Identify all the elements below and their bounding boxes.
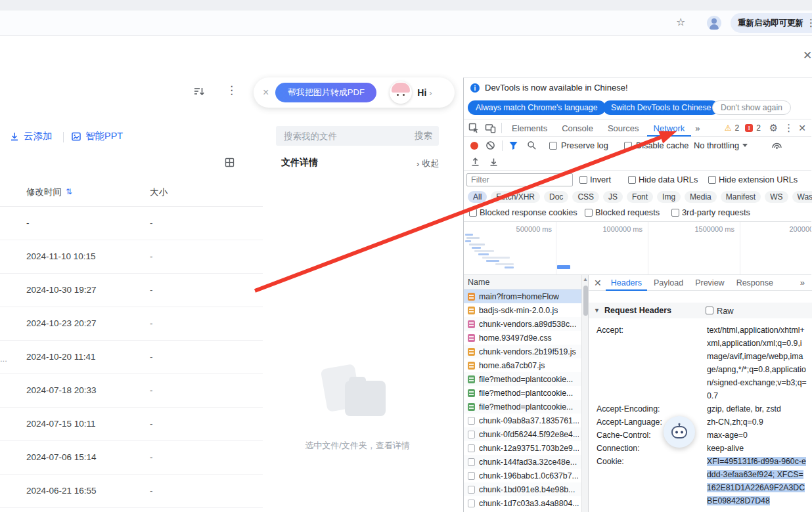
request-row[interactable]: file?method=plantcookie... xyxy=(464,386,581,400)
invert-checkbox[interactable] xyxy=(579,176,587,184)
chip-media[interactable]: Media xyxy=(685,191,717,203)
request-row[interactable]: chunk-vendors.2b19f519.js xyxy=(464,345,581,358)
table-row[interactable]: 2024-10-23 20:27 - xyxy=(0,307,263,341)
tab-payload[interactable]: Payload xyxy=(648,275,688,291)
filter-funnel-icon[interactable] xyxy=(508,140,518,150)
tab-headers[interactable]: Headers xyxy=(606,275,647,291)
hide-data-urls-checkbox[interactable] xyxy=(628,176,636,184)
table-row[interactable]: 2024-06-21 16:55 - xyxy=(0,475,263,508)
convert-pdf-button[interactable]: 帮我把图片转成PDF xyxy=(275,83,376,102)
chip-fetch-xhr[interactable]: Fetch/XHR xyxy=(491,191,540,203)
scroll-up-icon[interactable]: ▲ xyxy=(583,276,588,282)
table-row[interactable]: 2024-10-20 11:41 - xyxy=(0,341,263,374)
assistant-chevron-icon[interactable]: › xyxy=(429,88,432,98)
scrollbar-thumb[interactable] xyxy=(583,286,588,316)
request-row[interactable]: chunk-vendors.a89d538c... xyxy=(464,317,581,331)
import-har-icon[interactable] xyxy=(470,157,480,167)
file-search-input[interactable] xyxy=(284,131,415,141)
column-header-time[interactable]: 修改时间 xyxy=(26,186,62,198)
more-tabs-icon[interactable]: » xyxy=(692,123,702,133)
record-button[interactable] xyxy=(470,142,478,150)
export-har-icon[interactable] xyxy=(489,157,499,167)
request-row[interactable]: file?method=plantcookie... xyxy=(464,372,581,386)
table-row[interactable]: 2024-11-10 10:15 - xyxy=(0,240,263,274)
network-conditions-icon[interactable] xyxy=(771,140,782,150)
request-list-scrollbar[interactable]: ▲ xyxy=(581,275,589,512)
request-row[interactable]: chunk-144fad3a.32ce48e... xyxy=(464,455,581,469)
column-sort-icon[interactable]: ⇅ xyxy=(66,187,72,196)
request-row[interactable]: home.a6a7cb07.js xyxy=(464,358,581,372)
tab-response[interactable]: Response xyxy=(731,275,778,291)
tab-elements[interactable]: Elements xyxy=(505,120,554,137)
chip-img[interactable]: Img xyxy=(657,191,681,203)
tab-preview[interactable]: Preview xyxy=(690,275,729,291)
hide-extension-urls-checkbox[interactable] xyxy=(708,176,716,184)
tab-sources[interactable]: Sources xyxy=(601,120,646,137)
devtools-menu-icon[interactable]: ⋮ xyxy=(784,123,794,133)
chip-font[interactable]: Font xyxy=(627,191,653,203)
assistant-greeting[interactable]: Hi xyxy=(417,87,426,98)
inspect-element-icon[interactable] xyxy=(466,123,482,134)
third-party-checkbox[interactable] xyxy=(671,209,679,217)
throttling-select[interactable]: No throttling xyxy=(694,140,748,150)
blocked-response-cookies-checkbox[interactable] xyxy=(469,209,477,217)
assistant-avatar[interactable] xyxy=(390,81,412,104)
preserve-log-checkbox[interactable] xyxy=(549,142,557,150)
request-row[interactable]: main?from=homeFlow xyxy=(464,289,581,303)
table-row[interactable]: - - xyxy=(0,207,263,240)
cloud-add-button[interactable]: 云添加 xyxy=(9,130,53,142)
clear-icon[interactable] xyxy=(485,140,495,150)
blocked-requests-checkbox[interactable] xyxy=(585,209,593,217)
banner-close-icon[interactable]: ✕ xyxy=(803,51,812,61)
chip-all[interactable]: All xyxy=(468,191,487,203)
request-headers-section[interactable]: ▼ Request Headers Raw xyxy=(589,303,812,318)
file-search-button[interactable]: 搜索 xyxy=(415,130,432,142)
browser-menu-icon[interactable]: ⋮ xyxy=(806,18,812,28)
table-row[interactable]: 2024-10-30 19:27 - xyxy=(0,274,263,307)
request-row[interactable]: badjs-sdk-min-2.0.0.js xyxy=(464,303,581,317)
smart-ppt-button[interactable]: 智能PPT xyxy=(71,130,123,142)
column-header-size[interactable]: 大小 xyxy=(150,186,168,198)
switch-chinese-button[interactable]: Switch DevTools to Chinese xyxy=(603,100,719,115)
request-row[interactable]: home.93497d9e.css xyxy=(464,331,581,345)
assistant-close-icon[interactable]: × xyxy=(263,87,269,98)
request-row[interactable]: chunk-09ab8a37.1835761... xyxy=(464,414,581,427)
close-details-icon[interactable]: ✕ xyxy=(594,278,602,288)
tab-network[interactable]: Network xyxy=(647,120,692,137)
warning-icon[interactable]: ⚠ xyxy=(725,123,732,133)
collapse-triangle-icon[interactable]: ▼ xyxy=(594,307,600,314)
request-row[interactable]: file?method=plantcookie... xyxy=(464,400,581,414)
disable-cache-checkbox[interactable] xyxy=(624,142,632,150)
chip-js[interactable]: JS xyxy=(603,191,623,203)
tab-console[interactable]: Console xyxy=(555,120,600,137)
bookmark-star-icon[interactable]: ☆ xyxy=(676,17,685,28)
collapse-button[interactable]: › 收起 xyxy=(417,158,439,169)
search-icon[interactable] xyxy=(527,140,537,150)
request-row[interactable]: chunk-0fd56244.5f92e8e4... xyxy=(464,427,581,441)
filter-input[interactable] xyxy=(466,173,573,186)
raw-checkbox[interactable] xyxy=(706,307,713,314)
request-row[interactable]: chunk-196babc1.0c637b7... xyxy=(464,469,581,482)
assistant-mascot[interactable] xyxy=(664,416,695,448)
profile-avatar-icon[interactable] xyxy=(707,16,721,30)
table-row[interactable]: 2024-07-06 15:14 - xyxy=(0,441,263,475)
page-more-icon[interactable]: ⋮ xyxy=(226,86,237,95)
settings-gear-icon[interactable]: ⚙ xyxy=(769,122,778,134)
table-row[interactable]: 2024-07-15 10:11 - xyxy=(0,408,263,441)
device-toolbar-icon[interactable] xyxy=(483,123,498,134)
chip-ws[interactable]: WS xyxy=(765,191,788,203)
table-row[interactable]: 2024-07-18 20:33 - xyxy=(0,374,263,408)
timeline-overview[interactable]: 500000 ms 1000000 ms 1500000 ms 2000000 … xyxy=(464,221,811,275)
request-row[interactable]: chunk-12a93751.703b2e9... xyxy=(464,441,581,455)
grid-view-icon[interactable] xyxy=(225,158,235,167)
chip-doc[interactable]: Doc xyxy=(544,191,568,203)
request-list-header[interactable]: Name xyxy=(464,275,588,289)
devtools-close-icon[interactable]: ✕ xyxy=(798,123,806,133)
error-icon[interactable]: ! xyxy=(745,124,753,132)
request-row[interactable]: chunk-1d7c03a3.a4a8804... xyxy=(464,496,581,510)
dont-show-again-button[interactable]: Don't show again xyxy=(712,100,791,115)
request-row[interactable]: chunk-1bd091e8.b4e98b... xyxy=(464,482,581,496)
update-chip[interactable]: 重新启动即可更新 ⋮ xyxy=(731,13,812,33)
chip-css[interactable]: CSS xyxy=(572,191,599,203)
sort-list-icon[interactable] xyxy=(193,85,205,97)
